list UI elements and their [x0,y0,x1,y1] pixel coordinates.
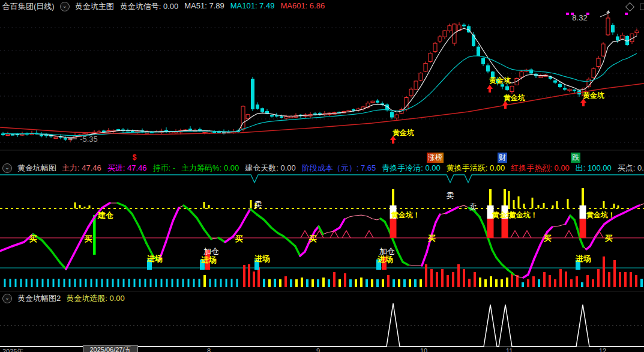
low-price-label: -5.35 [80,135,98,144]
pit-label: 黄金坑！ [586,210,615,220]
panel1-header: ⌄ 黄金坑幅图 主力: 47.46买进: 47.46持币: -主力筹码%: 0.… [0,163,644,174]
indicator-value: 买点: 0.00 [618,163,644,174]
indicator-value: 主力: 47.46 [62,163,101,174]
indicator-value: 黄金坑信号: 0.00 [120,1,179,12]
axis-month-label[interactable]: 8 [207,347,211,352]
buy-label: 买 [428,233,436,244]
indicator-value: 黄换手活跃: 0.00 [447,163,505,174]
panel2-title: 黄金坑幅图2 [17,293,61,304]
jinchang-label: 进场 [576,253,591,264]
pit-signal-label: 黄金坑 [504,93,525,103]
panel1-indicator-values: 主力: 47.46买进: 47.46持币: -主力筹码%: 0.00建仓天数: … [62,163,644,174]
sell-label: 卖 [469,202,477,213]
buy-label: 买 [605,233,613,244]
main-indicator-values: 黄金坑主图黄金坑信号: 0.00MA51: 7.89MA101: 7.49MA6… [75,1,325,12]
hot-board-badge[interactable]: 财 [498,153,507,163]
buy-label: 买 [85,234,92,244]
indicator-value: MA601: 6.86 [280,1,325,12]
jiacang-label: 加仓 [379,246,395,257]
indicator-value: 建仓天数: 0.00 [245,163,296,174]
indicator-value: MA101: 7.49 [230,1,275,12]
indicator-value: 持币: - [153,163,176,174]
buy-label: 买 [235,234,243,244]
axis-month-label[interactable]: 11 [506,347,513,352]
collapse-chevron-icon[interactable]: ⌄ [60,2,70,11]
pit-signal-label: 黄金坑 [583,91,604,101]
indicator-value: MA51: 7.89 [184,1,224,12]
jinchang-label: 进场 [147,253,163,264]
sell-marker: $ [133,153,137,162]
pit-label: 黄金坑！ [509,210,538,220]
jinchang-label: 进场 [254,253,270,264]
stock-title: 合百集团(日线) [2,1,55,12]
high-price-label: 8.32 [572,13,587,22]
indicator-value: 出: 100.00 [576,163,612,174]
indicator-value: 阶段成本（元）: 7.65 [302,163,376,174]
panel2-indicator-values: 黄金坑选股: 0.00 [66,293,125,304]
indicator-value: 买进: 47.46 [107,163,147,174]
sell-label: 卖 [254,199,262,210]
buy-label: 买 [309,234,317,244]
jiacang-label: 加仓 [203,246,219,257]
main-chart-header: 合百集团(日线) ⌄ 黄金坑主图黄金坑信号: 0.00MA51: 7.89MA1… [0,1,325,12]
pit-label: 黄金坑！ [391,210,420,220]
trading-app-window: 合百集团(日线) ⌄ 黄金坑主图黄金坑信号: 0.00MA51: 7.89MA1… [0,0,644,352]
jiancang-label: 建仓 [98,210,113,221]
axis-month-label[interactable]: 12 [599,347,606,352]
collapse-chevron-icon[interactable]: ⌄ [2,294,12,303]
buy-label: 买 [29,234,37,244]
window-icon[interactable] [640,4,644,10]
pit-signal-label: 黄金坑 [489,76,511,86]
panel2-header: ⌄ 黄金坑幅图2 黄金坑选股: 0.00 [0,293,125,304]
indicator-value: 黄金坑选股: 0.00 [66,293,125,304]
indicator-value: 红换手热烈: 0.00 [511,163,570,174]
panel1-title: 黄金坑幅图 [17,163,56,174]
hot-board-badge[interactable]: 涨榜 [427,153,444,163]
indicator-value: 主力筹码%: 0.00 [181,163,239,174]
buy-label: 买 [544,233,552,244]
sell-label: 卖 [447,190,454,201]
axis-month-label[interactable]: 9 [316,347,320,352]
pit-signal-label: 黄金坑 [393,128,414,138]
hot-board-badge[interactable]: 跌 [571,153,580,163]
axis-year-label: 2025年 [2,347,23,352]
crosshair-date-box: 2025/06/27/五 [83,345,138,352]
collapse-chevron-icon[interactable]: ⌄ [2,163,12,173]
indicator-value: 青换手冷清: 0.00 [382,163,441,174]
axis-month-label[interactable]: 10 [420,347,427,352]
indicator-value: 黄金坑主图 [75,1,114,12]
